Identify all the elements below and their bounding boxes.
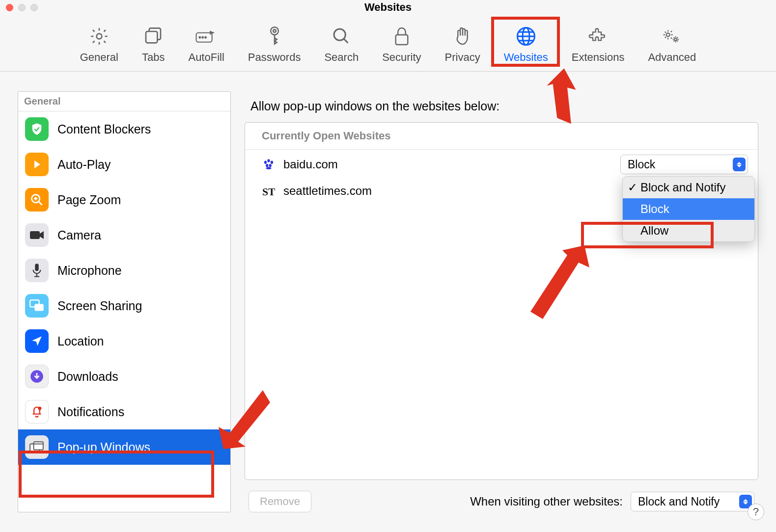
tab-passwords[interactable]: Passwords bbox=[245, 24, 304, 66]
site-permission-select[interactable]: Block bbox=[620, 155, 748, 174]
sidebar-item-auto-play[interactable]: Auto-Play bbox=[18, 147, 230, 182]
tab-privacy[interactable]: Privacy bbox=[442, 24, 483, 66]
camera-icon bbox=[25, 223, 49, 247]
sidebar-item-label: Camera bbox=[57, 228, 101, 242]
window-title: Websites bbox=[0, 1, 776, 14]
preferences-toolbar: General Tabs AutoFill Passwords bbox=[0, 15, 776, 72]
tab-label: Security bbox=[382, 51, 421, 64]
sidebar-item-notifications[interactable]: Notifications bbox=[18, 394, 230, 429]
tab-label: AutoFill bbox=[188, 51, 224, 64]
site-row[interactable]: baidu.com Block bbox=[245, 150, 758, 179]
puzzle-icon bbox=[587, 26, 609, 47]
popup-windows-icon bbox=[25, 435, 49, 459]
sidebar-item-label: Page Zoom bbox=[57, 193, 121, 207]
sidebar-item-content-blockers[interactable]: Content Blockers bbox=[18, 111, 230, 147]
svg-point-34 bbox=[269, 164, 272, 167]
bell-icon bbox=[25, 400, 49, 424]
websites-list-panel: Currently Open Websites baidu.com Block bbox=[245, 122, 758, 480]
tab-search[interactable]: Search bbox=[321, 24, 361, 66]
tab-autofill[interactable]: AutoFill bbox=[185, 24, 227, 66]
tab-label: Extensions bbox=[572, 51, 625, 64]
dropdown-option-block-and-notify[interactable]: Block and Notify bbox=[623, 177, 754, 198]
sidebar-item-label: Pop-up Windows bbox=[57, 440, 150, 454]
svg-point-33 bbox=[266, 164, 268, 167]
gears-icon bbox=[661, 26, 683, 47]
svg-rect-28 bbox=[34, 442, 43, 450]
location-icon bbox=[25, 329, 49, 353]
screenshare-icon bbox=[25, 294, 49, 318]
mic-icon bbox=[25, 259, 49, 282]
tab-security[interactable]: Security bbox=[379, 24, 424, 66]
select-value: Block and Notify bbox=[638, 495, 720, 508]
footer-label: When visiting other websites: bbox=[470, 495, 623, 508]
titlebar: Websites bbox=[0, 0, 776, 15]
sidebar-item-screen-sharing[interactable]: Screen Sharing bbox=[18, 288, 230, 323]
tab-label: Websites bbox=[504, 51, 548, 64]
svg-point-15 bbox=[666, 33, 670, 36]
svg-point-9 bbox=[334, 29, 345, 40]
search-icon bbox=[331, 26, 352, 47]
tab-advanced[interactable]: Advanced bbox=[645, 24, 699, 66]
hand-icon bbox=[452, 26, 473, 47]
svg-point-5 bbox=[205, 36, 206, 38]
help-button[interactable]: ? bbox=[748, 504, 764, 520]
zoom-icon bbox=[25, 188, 49, 212]
play-icon bbox=[25, 153, 49, 176]
key-icon bbox=[264, 26, 285, 47]
seattletimes-favicon-icon: ST bbox=[262, 184, 276, 198]
main-panel: Allow pop-up windows on the websites bel… bbox=[245, 91, 758, 512]
dropdown-option-block[interactable]: Block bbox=[623, 198, 754, 220]
settings-sidebar: General Content Blockers Auto-Play Page … bbox=[18, 91, 231, 512]
svg-point-7 bbox=[271, 27, 278, 35]
panel-heading: Allow pop-up windows on the websites bel… bbox=[245, 91, 758, 122]
svg-point-3 bbox=[199, 36, 200, 38]
sidebar-item-label: Downloads bbox=[57, 370, 118, 384]
tab-label: Tabs bbox=[142, 51, 165, 64]
permission-dropdown: Block and Notify Block Allow bbox=[622, 176, 755, 242]
panel-footer: Remove When visiting other websites: Blo… bbox=[245, 480, 758, 512]
svg-rect-11 bbox=[396, 34, 408, 44]
sidebar-item-page-zoom[interactable]: Page Zoom bbox=[18, 182, 230, 217]
lock-icon bbox=[391, 26, 413, 47]
tab-extensions[interactable]: Extensions bbox=[569, 24, 628, 66]
tab-label: Passwords bbox=[248, 51, 301, 64]
default-permission-select[interactable]: Block and Notify bbox=[631, 492, 754, 511]
tab-general[interactable]: General bbox=[77, 24, 121, 66]
sidebar-item-label: Microphone bbox=[57, 264, 122, 278]
sidebar-section-header: General bbox=[18, 92, 230, 111]
sidebar-item-popup-windows[interactable]: Pop-up Windows bbox=[18, 429, 230, 465]
sidebar-item-location[interactable]: Location bbox=[18, 323, 230, 359]
gear-icon bbox=[88, 26, 110, 47]
site-row[interactable]: ST seattletimes.com Block and Notify Blo… bbox=[245, 179, 758, 203]
panel-subheader: Currently Open Websites bbox=[245, 123, 758, 150]
svg-point-8 bbox=[273, 29, 276, 32]
svg-rect-24 bbox=[34, 304, 43, 311]
dropdown-option-allow[interactable]: Allow bbox=[623, 220, 754, 241]
svg-point-26 bbox=[38, 407, 41, 410]
tabs-icon bbox=[142, 26, 164, 47]
tab-websites[interactable]: Websites bbox=[501, 24, 551, 66]
svg-point-0 bbox=[96, 33, 102, 39]
sidebar-item-label: Screen Sharing bbox=[57, 299, 142, 313]
remove-button[interactable]: Remove bbox=[249, 491, 311, 512]
tab-tabs[interactable]: Tabs bbox=[139, 24, 167, 66]
tab-label: General bbox=[80, 51, 118, 64]
tab-label: Advanced bbox=[648, 51, 696, 64]
sidebar-item-camera[interactable]: Camera bbox=[18, 217, 230, 253]
preferences-window: Websites General Tabs AutoFill bbox=[0, 0, 776, 532]
site-domain: baidu.com bbox=[283, 158, 338, 171]
download-icon bbox=[25, 365, 49, 388]
svg-rect-22 bbox=[35, 264, 39, 271]
svg-point-31 bbox=[267, 159, 270, 162]
sidebar-item-downloads[interactable]: Downloads bbox=[18, 359, 230, 394]
svg-point-4 bbox=[202, 36, 203, 38]
select-value: Block bbox=[628, 158, 655, 171]
tab-label: Privacy bbox=[445, 51, 480, 64]
sidebar-item-microphone[interactable]: Microphone bbox=[18, 253, 230, 288]
svg-rect-1 bbox=[146, 31, 157, 43]
svg-point-16 bbox=[675, 38, 677, 40]
site-domain: seattletimes.com bbox=[283, 184, 372, 198]
svg-point-32 bbox=[271, 160, 273, 164]
chevron-updown-icon bbox=[733, 158, 746, 171]
autofill-icon bbox=[195, 26, 217, 47]
